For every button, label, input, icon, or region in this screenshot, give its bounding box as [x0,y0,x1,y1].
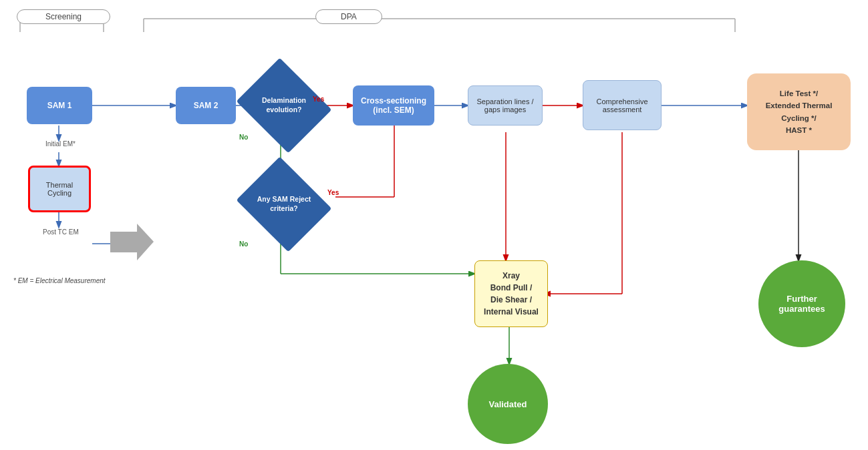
validated-node: Validated [468,364,548,444]
svg-marker-26 [110,224,154,260]
no1-label: No [239,134,248,141]
comprehensive-node: Comprehensive assessment [583,80,662,130]
dpa-label: DPA [315,9,382,24]
any-sam-diamond: Any SAM Reject criteria? [247,174,321,235]
separation-lines-node: Separation lines / gaps images [468,85,543,126]
further-guarantees-node: Further guarantees [758,260,845,347]
xray-node: Xray Bond Pull / Die Shear / Internal Vi… [474,260,548,327]
gray-arrow [110,224,154,260]
no2-label: No [239,240,248,248]
delamination-diamond: Delamination evolution? [247,75,321,136]
initial-em-label: Initial EM* [45,140,76,148]
screening-label: Screening [17,9,110,24]
yes2-label: Yes [327,189,339,196]
em-note: * EM = Electrical Measurement [13,277,106,284]
sam1-node: SAM 1 [27,87,92,124]
diagram-container: Screening DPA SAM 1 Initial EM* Thermal … [0,0,868,450]
thermal-cycling-node: Thermal Cycling [28,166,91,212]
sam2-node: SAM 2 [176,87,236,124]
cross-sectioning-node: Cross-sectioning (incl. SEM) [353,85,434,126]
post-tc-em-label: Post TC EM [43,228,79,236]
life-test-node: Life Test */ Extended Thermal Cycling */… [747,73,851,150]
